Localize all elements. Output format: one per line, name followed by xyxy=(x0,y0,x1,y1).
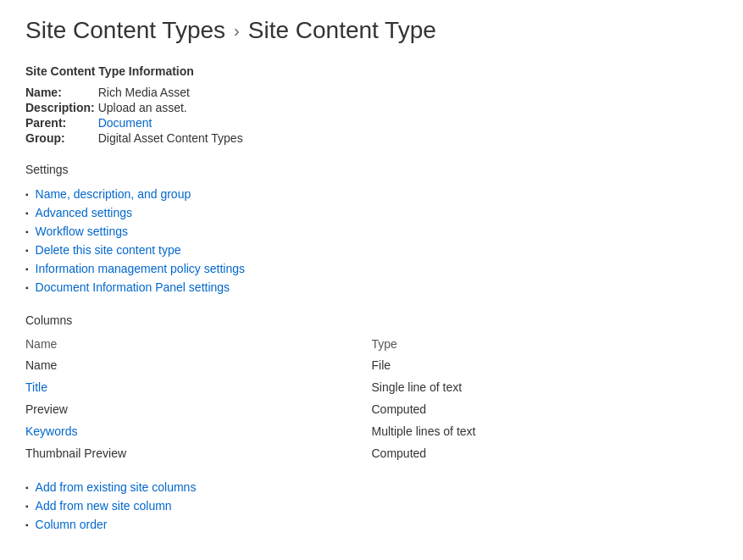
info-row-name: Name: Rich Media Asset xyxy=(25,85,247,100)
settings-list: Name, description, and group Advanced se… xyxy=(25,185,718,297)
settings-item-advanced: Advanced settings xyxy=(25,203,718,222)
add-links-list: Add from existing site columns Add from … xyxy=(25,478,718,534)
columns-table: Name Type Name File Title Single line of… xyxy=(25,334,718,464)
settings-link-workflow[interactable]: Workflow settings xyxy=(36,225,128,238)
info-row-parent: Parent: Document xyxy=(25,115,247,130)
info-label-parent: Parent: xyxy=(25,115,98,130)
add-link-item-order: Column order xyxy=(25,515,718,534)
page-header: Site Content Types › Site Content Type xyxy=(25,17,718,44)
col-type-keywords: Multiple lines of text xyxy=(372,420,718,442)
col-type-thumbnail: Computed xyxy=(372,442,718,464)
settings-link-name-desc[interactable]: Name, description, and group xyxy=(36,187,191,201)
col-type-title: Single line of text xyxy=(372,376,718,398)
settings-item-workflow: Workflow settings xyxy=(25,222,718,241)
settings-item-info-mgmt: Information management policy settings xyxy=(25,259,718,278)
table-row: Name File xyxy=(25,354,718,376)
add-from-new-link[interactable]: Add from new site column xyxy=(36,499,172,513)
columns-section-title: Columns xyxy=(25,313,718,327)
info-value-parent[interactable]: Document xyxy=(98,115,247,130)
settings-item-name-desc: Name, description, and group xyxy=(25,185,718,203)
add-link-item-existing: Add from existing site columns xyxy=(25,478,718,496)
breadcrumb-part1: Site Content Types xyxy=(25,17,225,44)
settings-item-doc-info: Document Information Panel settings xyxy=(25,278,718,297)
info-label-group: Group: xyxy=(25,130,98,146)
columns-tbody: Name File Title Single line of text Prev… xyxy=(25,354,718,464)
col-name-thumbnail: Thumbnail Preview xyxy=(25,442,372,464)
columns-header-row: Name Type xyxy=(25,334,718,354)
table-row: Thumbnail Preview Computed xyxy=(25,442,718,464)
settings-link-advanced[interactable]: Advanced settings xyxy=(36,206,132,219)
column-header-type: Type xyxy=(372,334,718,354)
col-type-name: File xyxy=(372,354,718,376)
info-value-name: Rich Media Asset xyxy=(98,85,247,100)
add-link-item-new: Add from new site column xyxy=(25,496,718,515)
info-row-description: Description: Upload an asset. xyxy=(25,100,247,115)
add-from-existing-link[interactable]: Add from existing site columns xyxy=(36,480,197,494)
info-label-description: Description: xyxy=(25,100,98,115)
settings-section-title: Settings xyxy=(25,163,718,176)
info-table: Name: Rich Media Asset Description: Uplo… xyxy=(25,85,247,146)
col-name-title: Title xyxy=(25,376,372,398)
info-value-description: Upload an asset. xyxy=(98,100,247,115)
content-type-info-section: Site Content Type Information Name: Rich… xyxy=(25,64,718,146)
columns-thead: Name Type xyxy=(25,334,718,354)
col-type-preview: Computed xyxy=(372,398,718,420)
col-name-name: Name xyxy=(25,354,372,376)
column-order-link[interactable]: Column order xyxy=(36,518,108,531)
table-row: Preview Computed xyxy=(25,398,718,420)
table-row: Title Single line of text xyxy=(25,376,718,398)
breadcrumb-part2: Site Content Type xyxy=(248,17,436,44)
breadcrumb-separator: › xyxy=(234,21,240,41)
content-type-info-title: Site Content Type Information xyxy=(25,64,718,78)
settings-link-delete[interactable]: Delete this site content type xyxy=(36,243,181,257)
column-link-keywords[interactable]: Keywords xyxy=(25,424,77,438)
column-header-name: Name xyxy=(25,334,372,354)
table-row: Keywords Multiple lines of text xyxy=(25,420,718,442)
col-name-preview: Preview xyxy=(25,398,372,420)
settings-item-delete: Delete this site content type xyxy=(25,241,718,259)
col-name-keywords: Keywords xyxy=(25,420,372,442)
settings-link-info-mgmt[interactable]: Information management policy settings xyxy=(36,262,245,275)
column-link-title[interactable]: Title xyxy=(25,380,47,394)
info-value-group: Digital Asset Content Types xyxy=(98,130,247,146)
columns-section: Columns Name Type Name File Title Single… xyxy=(25,313,718,534)
settings-link-doc-info[interactable]: Document Information Panel settings xyxy=(36,280,230,294)
info-row-group: Group: Digital Asset Content Types xyxy=(25,130,247,146)
parent-link[interactable]: Document xyxy=(98,116,152,130)
info-label-name: Name: xyxy=(25,85,98,100)
